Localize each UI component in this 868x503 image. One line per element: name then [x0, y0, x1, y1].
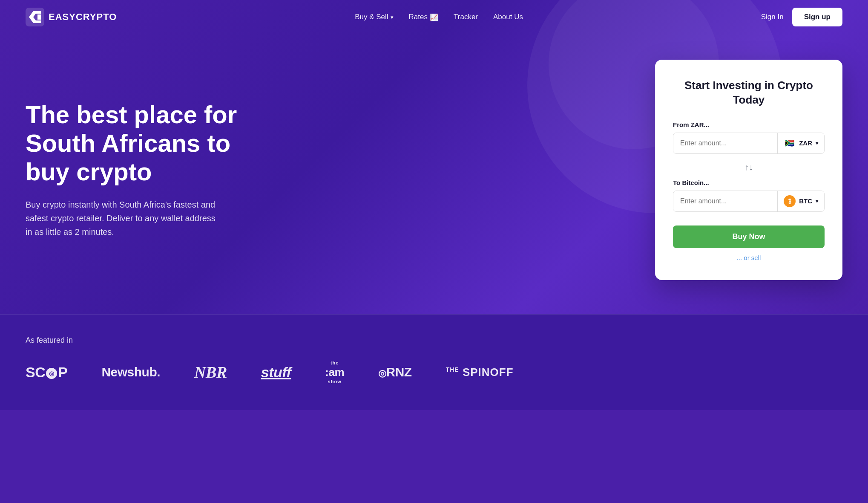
- stuff-logo: stuff: [261, 364, 291, 381]
- hero-section: The best place for South Africans to buy…: [0, 34, 868, 314]
- or-sell-link[interactable]: ... or sell: [673, 254, 825, 261]
- am-show-logo: the :am show: [325, 360, 344, 385]
- navbar: EASYCRYPTO Buy & Sell Rates 📈 Tracker Ab…: [0, 0, 868, 34]
- svg-marker-3: [37, 17, 41, 20]
- hero-left: The best place for South Africans to buy…: [26, 101, 273, 239]
- from-currency-selector[interactable]: 🇿🇦 ZAR ▾: [777, 133, 824, 153]
- nav-actions: Sign In Sign up: [761, 8, 842, 26]
- to-label: To Bitcoin...: [673, 179, 825, 186]
- nav-links: Buy & Sell Rates 📈 Tracker About Us: [355, 13, 523, 21]
- rnz-logo: ◎RNZ: [378, 365, 412, 379]
- swap-icon[interactable]: ↑↓: [673, 162, 825, 172]
- buy-now-button[interactable]: Buy Now: [673, 225, 825, 248]
- chart-icon: 📈: [430, 13, 438, 21]
- from-input-row: 🇿🇦 ZAR ▾: [673, 133, 825, 154]
- from-currency-label: ZAR: [799, 139, 812, 147]
- nav-tracker[interactable]: Tracker: [454, 13, 478, 21]
- svg-marker-2: [37, 14, 41, 17]
- spinoff-logo: THE SPINOFF: [446, 366, 514, 379]
- from-field-group: From ZAR... 🇿🇦 ZAR ▾: [673, 121, 825, 154]
- media-logos-row: SC ◎ P Newshub. NBR stuff the :am show ◎…: [26, 360, 842, 385]
- signin-link[interactable]: Sign In: [761, 13, 784, 21]
- nbr-logo: NBR: [194, 363, 227, 382]
- nav-buy-sell[interactable]: Buy & Sell: [355, 13, 393, 21]
- hero-heading: The best place for South Africans to buy…: [26, 101, 273, 186]
- to-currency-selector[interactable]: ₿ BTC ▾: [777, 191, 824, 211]
- widget-title: Start Investing in Crypto Today: [673, 78, 825, 107]
- nav-about[interactable]: About Us: [493, 13, 523, 21]
- signup-button[interactable]: Sign up: [792, 8, 842, 26]
- hero-subtext: Buy crypto instantly with South Africa's…: [26, 198, 221, 239]
- newshub-logo: Newshub.: [101, 365, 160, 379]
- brand-name: EASYCRYPTO: [49, 12, 117, 23]
- btc-icon: ₿: [784, 195, 796, 207]
- to-amount-input[interactable]: [673, 191, 777, 211]
- zar-flag: 🇿🇦: [784, 137, 796, 149]
- featured-section: As featured in SC ◎ P Newshub. NBR stuff…: [0, 314, 868, 410]
- from-label: From ZAR...: [673, 121, 825, 128]
- from-currency-chevron-icon: ▾: [816, 140, 818, 146]
- to-field-group: To Bitcoin... ₿ BTC ▾: [673, 179, 825, 212]
- scoop-logo: SC ◎ P: [26, 364, 67, 381]
- to-input-row: ₿ BTC ▾: [673, 191, 825, 212]
- from-amount-input[interactable]: [673, 133, 777, 153]
- nav-rates[interactable]: Rates 📈: [409, 13, 438, 21]
- featured-label: As featured in: [26, 336, 842, 345]
- to-currency-label: BTC: [799, 197, 812, 205]
- logo-icon: [26, 8, 44, 26]
- to-currency-chevron-icon: ▾: [816, 198, 818, 204]
- logo[interactable]: EASYCRYPTO: [26, 8, 117, 26]
- invest-widget: Start Investing in Crypto Today From ZAR…: [655, 60, 842, 280]
- svg-rect-0: [26, 8, 44, 26]
